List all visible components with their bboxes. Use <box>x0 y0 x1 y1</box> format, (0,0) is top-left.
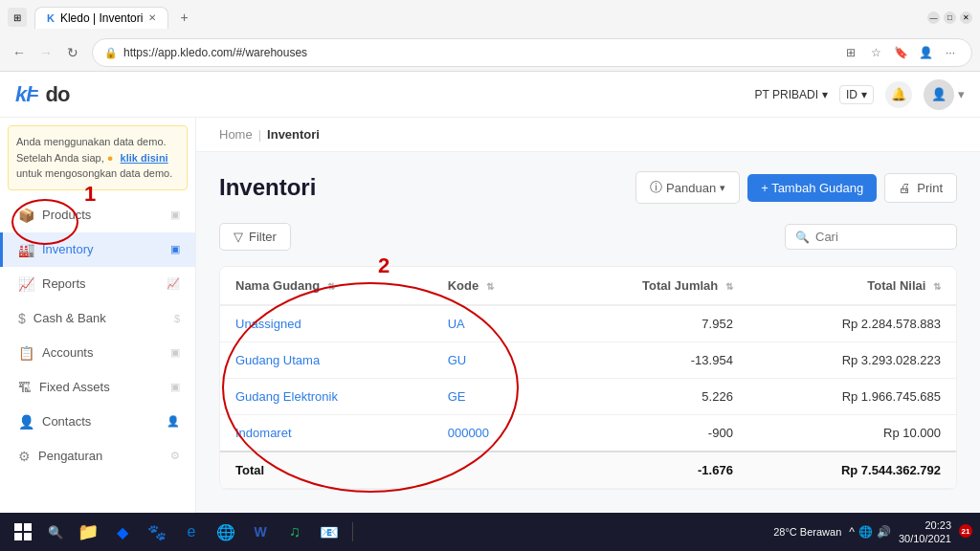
taskbar: 🔍 📁 ◆ 🐾 e 🌐 W ♫ 📧 28°C Berawan ^ 🌐 🔊 20:… <box>0 513 980 551</box>
page-header: Inventori ⓘ Panduan ▾ + Tambah Gudang 🖨 <box>219 171 957 204</box>
browser-tab[interactable]: K Kledo | Inventori ✕ <box>34 7 168 29</box>
sidebar-item-fixed-assets[interactable]: 🏗 Fixed Assets ▣ <box>0 370 195 405</box>
sidebar-item-pengaturan[interactable]: ⚙ Pengaturan ⚙ <box>0 439 195 474</box>
table-row: Gudang Elektronik GE 5.226 Rp 1.966.745.… <box>220 379 956 415</box>
sidebar-text-cash-bank: Cash & Bank <box>33 311 106 325</box>
sidebar-item-contacts[interactable]: 👤 Contacts 👤 <box>0 405 195 439</box>
close-button[interactable]: ✕ <box>960 11 972 24</box>
products-icon: 📦 <box>18 208 34 223</box>
taskbar-clock[interactable]: 20:23 30/10/2021 <box>899 518 951 546</box>
demo-line2: Setelah Anda siap, ● klik disini <box>16 150 179 166</box>
sidebar-item-cash-bank[interactable]: $ Cash & Bank $ <box>0 301 195 336</box>
demo-line3: untuk mengosongkan data demo. <box>16 165 179 182</box>
account-circle-icon[interactable]: 👤 <box>916 43 935 62</box>
taskbar-app-3[interactable]: 🐾 <box>142 518 172 545</box>
forward-button[interactable]: → <box>34 41 57 64</box>
back-button[interactable]: ← <box>8 41 31 64</box>
star-icon[interactable]: ☆ <box>866 43 885 62</box>
row-nama-1[interactable]: Gudang Utama <box>235 353 320 367</box>
taskbar-app-chrome[interactable]: 🌐 <box>211 518 241 545</box>
row-nilai-0: Rp 2.284.578.883 <box>748 305 956 342</box>
col-nama: Nama Gudang ⇅ <box>220 267 433 305</box>
row-jumlah-1: -13.954 <box>555 342 748 379</box>
taskbar-app-spotify[interactable]: ♫ <box>279 518 310 545</box>
taskbar-volume-icon[interactable]: 🔊 <box>877 525 891 539</box>
breadcrumb-home[interactable]: Home <box>219 127 253 142</box>
reload-button[interactable]: ↻ <box>61 41 84 64</box>
panduan-button[interactable]: ⓘ Panduan ▾ <box>635 171 740 204</box>
company-selector[interactable]: PT PRIBADI ▾ <box>755 88 828 101</box>
col-nilai-label: Total Nilai <box>867 278 925 293</box>
new-tab-button[interactable]: + <box>172 6 195 29</box>
notification-button[interactable]: 🔔 <box>885 81 912 108</box>
taskbar-network-icon[interactable]: 🌐 <box>858 525 873 539</box>
table-row: Indomaret 000000 -900 Rp 10.000 <box>220 415 956 452</box>
col-jumlah: Total Jumlah ⇅ <box>555 267 748 305</box>
sidebar-text-inventory: Inventory <box>42 242 93 256</box>
col-nilai-sort[interactable]: ⇅ <box>933 281 941 292</box>
demo-link[interactable]: klik disini <box>121 152 168 164</box>
taskbar-notification-badge[interactable]: 21 <box>959 524 972 538</box>
sidebar-item-accounts[interactable]: 📋 Accounts ▣ <box>0 336 195 370</box>
row-kode-3[interactable]: 000000 <box>448 426 489 440</box>
logo: kl do <box>15 82 69 107</box>
row-nama-3[interactable]: Indomaret <box>235 426 292 440</box>
filter-button[interactable]: ▽ Filter <box>219 223 291 251</box>
svg-rect-0 <box>14 523 22 531</box>
address-bar-icons: ⊞ ☆ 🔖 👤 ··· <box>841 43 960 62</box>
col-jumlah-sort[interactable]: ⇅ <box>725 281 733 292</box>
taskbar-app-edge[interactable]: e <box>176 518 207 545</box>
top-bar: kl do PT PRIBADI ▾ ID ▾ 🔔 👤 ▾ <box>0 72 980 118</box>
sidebar-text-reports: Reports <box>42 276 86 291</box>
window-icon: ⊞ <box>8 8 27 27</box>
language-selector[interactable]: ID ▾ <box>839 85 874 104</box>
taskbar-system-icons: ^ 🌐 🔊 <box>849 525 891 539</box>
bookmark-icon[interactable]: 🔖 <box>891 43 910 62</box>
search-box[interactable]: 🔍 <box>785 224 957 250</box>
footer-jumlah: -1.676 <box>555 452 748 489</box>
sidebar-item-reports[interactable]: 📈 Reports 📈 <box>0 267 195 301</box>
start-button[interactable] <box>8 518 38 545</box>
add-gudang-label: + Tambah Gudang <box>761 181 863 195</box>
row-kode-1[interactable]: GU <box>448 353 467 367</box>
demo-text2: Setelah Anda siap, <box>16 152 104 164</box>
maximize-button[interactable]: □ <box>944 11 956 24</box>
taskbar-app-file-explorer[interactable]: 📁 <box>73 518 103 545</box>
minimize-button[interactable]: — <box>927 11 940 24</box>
pengaturan-icon: ⚙ <box>18 449 31 464</box>
tab-favicon: K <box>47 12 55 24</box>
more-options-icon[interactable]: ··· <box>941 43 960 62</box>
search-icon: 🔍 <box>795 231 810 244</box>
sidebar-item-inventory[interactable]: 🏭 Inventory ▣ <box>0 232 195 267</box>
url-bar[interactable]: 🔒 https://app.kledo.com/#/warehouses ⊞ ☆… <box>92 38 972 67</box>
taskbar-search-button[interactable]: 🔍 <box>42 518 69 545</box>
row-nama-2[interactable]: Gudang Elektronik <box>235 389 338 404</box>
panduan-dropdown-icon: ▾ <box>720 182 725 194</box>
col-kode-sort[interactable]: ⇅ <box>486 281 494 292</box>
inventory-table: Nama Gudang ⇅ Kode ⇅ Total Jumlah ⇅ <box>220 267 956 489</box>
taskbar-time-text: 20:23 <box>924 518 951 532</box>
address-bar: ← → ↻ 🔒 https://app.kledo.com/#/warehous… <box>0 34 980 71</box>
tab-close-button[interactable]: ✕ <box>148 12 156 23</box>
user-dropdown-icon: ▾ <box>958 87 965 101</box>
sidebar-item-products[interactable]: 📦 Products ▣ <box>0 198 195 232</box>
grid-icon[interactable]: ⊞ <box>841 43 860 62</box>
footer-empty <box>433 452 555 489</box>
taskbar-app-word[interactable]: W <box>245 518 276 545</box>
taskbar-app-other[interactable]: 📧 <box>314 518 345 545</box>
col-nama-sort[interactable]: ⇅ <box>327 281 335 292</box>
row-kode-2[interactable]: GE <box>448 389 466 404</box>
inventory-table-container: Nama Gudang ⇅ Kode ⇅ Total Jumlah ⇅ <box>219 266 957 490</box>
table-footer: Total -1.676 Rp 7.544.362.792 <box>220 452 956 489</box>
row-kode-0[interactable]: UA <box>448 317 465 331</box>
sidebar-label-reports: 📈 Reports <box>18 276 86 292</box>
taskbar-app-dropbox[interactable]: ◆ <box>107 518 138 545</box>
search-input[interactable] <box>815 230 947 244</box>
taskbar-chevron-icon[interactable]: ^ <box>849 525 855 539</box>
row-nama-0[interactable]: Unassigned <box>235 317 301 331</box>
add-gudang-button[interactable]: + Tambah Gudang <box>747 174 877 202</box>
avatar[interactable]: 👤 <box>924 79 954 110</box>
print-button[interactable]: 🖨 Print <box>884 173 957 203</box>
col-kode-label: Kode <box>448 278 479 293</box>
fixedassets-nav-icon: ▣ <box>170 381 180 393</box>
